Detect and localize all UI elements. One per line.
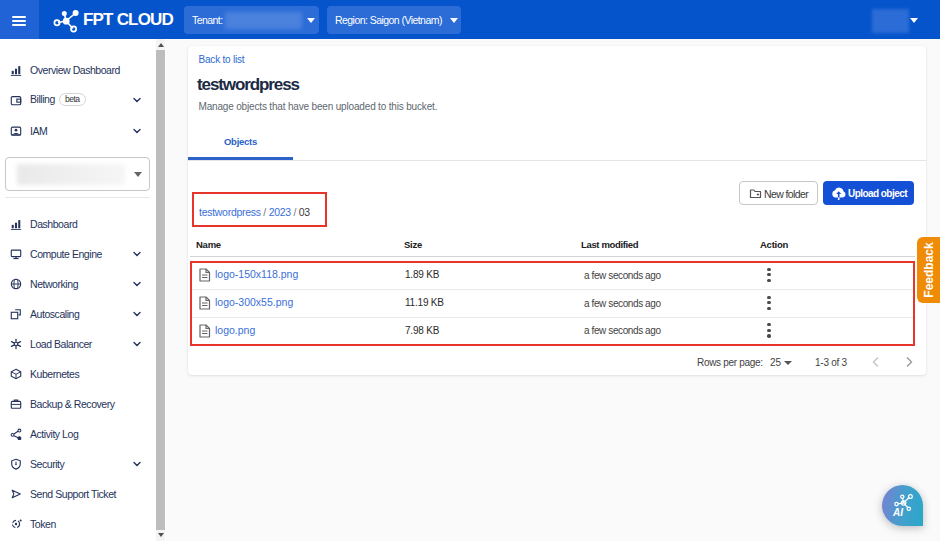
svg-text:AI: AI bbox=[892, 507, 903, 518]
